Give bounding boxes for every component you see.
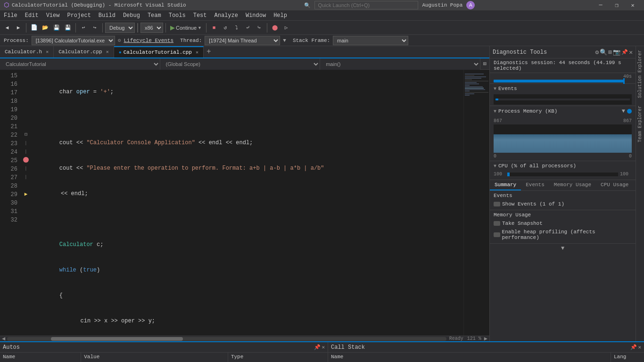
menu-analyze[interactable]: Analyze — [211, 10, 242, 21]
scroll-left-icon[interactable]: ◀ — [0, 335, 7, 341]
new-icon[interactable]: 📄 — [29, 23, 39, 33]
cpu-label: CPU (% of all processors) — [498, 163, 576, 169]
frame-label: Stack Frame: — [293, 38, 330, 43]
menu-team[interactable]: Team — [144, 10, 165, 21]
scroll-right-icon[interactable]: ▶ — [482, 335, 489, 341]
cs-pin-icon[interactable]: 📌 — [630, 344, 637, 350]
process-dropdown[interactable]: [13896] CalculatorTutorial.exe — [32, 36, 115, 45]
tab-h-close[interactable]: ✕ — [46, 49, 49, 55]
menu-build[interactable]: Build — [95, 10, 119, 21]
global-scope-dropdown[interactable]: (Global Scope) — [160, 58, 321, 70]
menu-edit[interactable]: Edit — [21, 10, 42, 21]
window-title: CalculatorTutorial (Debugging) - Microso… — [12, 2, 186, 8]
tab-calculator-h[interactable]: Calculator.h ✕ — [0, 46, 54, 58]
breakpoint-icon[interactable]: ⬤ — [270, 23, 280, 33]
cpu-right-val: 100 — [620, 172, 632, 177]
team-explorer-tab[interactable]: Team Explorer — [636, 102, 644, 146]
memory-min-left: 0 — [494, 154, 496, 159]
step-into-icon[interactable]: ⤶ — [243, 23, 253, 33]
autos-pin-icon[interactable]: 📌 — [314, 344, 321, 350]
tab-add-button[interactable]: + — [204, 48, 214, 56]
step-out-icon[interactable]: ⤷ — [254, 23, 264, 33]
diag-camera-icon[interactable]: 📷 — [613, 49, 620, 56]
h-scrollbar[interactable]: ◀ Ready 121 % ▶ — [0, 336, 489, 341]
diag-settings-icon[interactable]: ⚙ — [595, 49, 599, 56]
code-content[interactable]: char oper = '+'; cout << "Calculator Con… — [31, 70, 463, 336]
diag-filter-icon[interactable]: ⊞ — [608, 49, 612, 56]
diag-tab-cpu[interactable]: CPU Usage — [596, 180, 633, 190]
line-numbers: 151617181920212223242526272829303132 — [0, 70, 21, 336]
memory-filter-icon[interactable]: ▼ — [622, 108, 625, 115]
run-cursor-icon[interactable]: ▷ — [281, 23, 291, 33]
cs-col-name: Name — [328, 353, 611, 362]
save-icon[interactable]: 💾 — [51, 23, 62, 33]
cs-close-icon[interactable]: ✕ — [638, 344, 641, 350]
editor-expand-icon[interactable]: ⊞ — [480, 60, 489, 67]
show-events-btn[interactable]: Show Events (1 of 1) — [494, 200, 632, 208]
tab-tutorial-close[interactable]: ✕ — [196, 49, 198, 55]
menu-view[interactable]: View — [42, 10, 64, 21]
restart-icon[interactable]: ↺ — [220, 23, 231, 33]
diag-pin-icon[interactable]: 📌 — [621, 49, 628, 55]
events-eye-icon — [494, 202, 500, 206]
undo-icon[interactable]: ↩ — [78, 23, 89, 33]
take-snapshot-btn[interactable]: Take Snapshot — [494, 220, 632, 227]
memory-dot — [627, 109, 632, 114]
back-icon[interactable]: ◀ — [2, 23, 12, 33]
menu-debug[interactable]: Debug — [119, 10, 144, 21]
menu-project[interactable]: Project — [63, 10, 94, 21]
memory-header[interactable]: ▼ Process Memory (KB) ▼ — [490, 106, 636, 116]
function-scope-dropdown[interactable]: main() — [320, 58, 480, 70]
config-dropdown[interactable]: Debug — [105, 23, 135, 33]
close-button[interactable]: ✕ — [625, 0, 640, 10]
diag-tab-events[interactable]: Events — [521, 180, 549, 190]
memory-usage-label: Memory Usage — [494, 212, 632, 218]
save-all-icon[interactable]: 💾 — [63, 23, 73, 33]
scope-dropdown[interactable]: CalculatorTutorial — [0, 58, 160, 70]
thread-dropdown[interactable]: [19724] Main Thread — [205, 36, 280, 45]
menu-test[interactable]: Test — [190, 10, 211, 21]
stop-icon[interactable]: ■ — [209, 23, 219, 33]
lifecycle-events[interactable]: Lifecycle Events — [124, 38, 173, 43]
menu-help[interactable]: Help — [270, 10, 291, 21]
tab-calculatortutorial-cpp[interactable]: ● CalculatorTutorial.cpp ✕ — [114, 46, 204, 58]
diagnostic-panel: Diagnostic Tools ⚙ 🔍 ⊞ 📷 📌 ✕ Diagnostics… — [489, 46, 636, 341]
menu-file[interactable]: File — [0, 10, 21, 21]
solution-explorer-tab[interactable]: Solution Explorer — [636, 46, 644, 102]
open-icon[interactable]: 📂 — [40, 23, 50, 33]
memory-label: Process Memory (KB) — [498, 108, 557, 114]
tab-cpp-close[interactable]: ✕ — [106, 49, 109, 55]
diag-tab-summary[interactable]: Summary — [490, 180, 521, 190]
diag-tabs: Summary Events Memory Usage CPU Usage — [490, 180, 636, 191]
cpu-header[interactable]: ▼ CPU (% of all processors) — [490, 161, 636, 171]
tab-calculator-cpp[interactable]: Calculator.cpp ✕ — [54, 46, 114, 58]
lifecycle-icon[interactable]: ⚙ — [118, 37, 121, 43]
forward-icon[interactable]: ▶ — [13, 23, 24, 33]
thread-label: Thread: — [180, 38, 202, 43]
events-header[interactable]: ▼ Events — [490, 84, 636, 93]
minimap — [463, 70, 489, 336]
step-over-icon[interactable]: ⤵ — [231, 23, 242, 33]
diag-search-icon[interactable]: 🔍 — [600, 49, 607, 56]
redo-icon[interactable]: ↪ — [90, 23, 100, 33]
fold-icon-22[interactable]: ⊟ — [25, 132, 27, 137]
code-editor[interactable]: 151617181920212223242526272829303132 ⊟ │… — [0, 70, 489, 336]
menu-tools[interactable]: Tools — [165, 10, 190, 21]
platform-dropdown[interactable]: x86 — [140, 23, 163, 33]
diag-title: Diagnostic Tools — [493, 49, 547, 56]
cs-col-lang: Lang — [611, 353, 644, 362]
col-value: Value — [81, 353, 228, 362]
quick-launch-input[interactable] — [314, 1, 418, 9]
menu-window[interactable]: Window — [242, 10, 270, 21]
bottom-area: Autos 📌 ✕ Name Value Type ▷ — [0, 341, 644, 362]
autos-close-icon[interactable]: ✕ — [322, 344, 325, 350]
frame-dropdown[interactable]: main — [333, 36, 408, 45]
diag-scroll-down[interactable]: ▼ — [490, 244, 636, 253]
diag-close-icon[interactable]: ✕ — [629, 49, 633, 56]
continue-button[interactable]: ▶ Continue ▼ — [168, 24, 204, 31]
minimize-button[interactable]: ─ — [593, 0, 608, 10]
enable-heap-btn[interactable]: Enable heap profiling (affects performan… — [494, 228, 632, 241]
restore-button[interactable]: ❐ — [609, 0, 624, 10]
filter-icon[interactable]: ▼ — [283, 38, 286, 43]
diag-tab-memory[interactable]: Memory Usage — [549, 180, 596, 190]
